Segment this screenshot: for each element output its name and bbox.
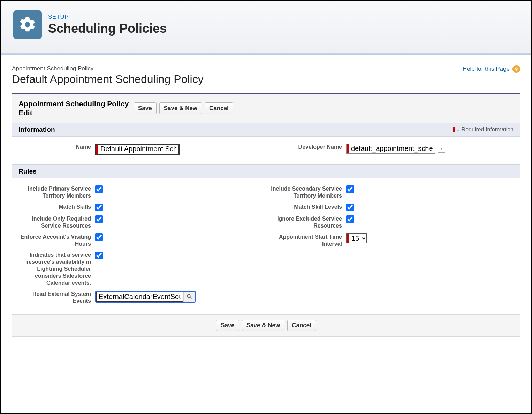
cancel-button[interactable]: Cancel	[205, 102, 233, 114]
consider-calendar-label: Indicates that a service resource's avai…	[15, 252, 95, 286]
cancel-button-bottom[interactable]: Cancel	[287, 320, 316, 331]
devname-input[interactable]	[349, 144, 435, 153]
match-skill-levels-label: Match Skill Levels	[266, 204, 346, 210]
lookup-icon[interactable]	[183, 292, 195, 302]
info-icon[interactable]: i	[438, 145, 445, 153]
help-link[interactable]: Help for this Page	[463, 66, 510, 72]
save-new-button[interactable]: Save & New	[159, 102, 202, 114]
section-information: Information = Required Information	[12, 123, 520, 137]
consider-calendar-checkbox[interactable]	[95, 252, 103, 259]
required-indicator-icon	[453, 127, 455, 132]
secondary-members-label: Include Secondary Service Territory Memb…	[266, 185, 346, 199]
match-skills-label: Match Skills	[15, 204, 95, 210]
secondary-members-checkbox[interactable]	[346, 185, 354, 193]
enforce-visiting-label: Enforce Account's Visiting Hours	[15, 233, 95, 247]
start-interval-label: Appointment Start Time Interval	[266, 233, 346, 247]
name-input[interactable]	[98, 145, 178, 154]
primary-members-checkbox[interactable]	[95, 185, 103, 193]
svg-point-0	[187, 294, 190, 298]
external-events-label: Read External System Events	[15, 291, 95, 305]
ignore-excluded-checkbox[interactable]	[346, 215, 354, 223]
section-rules: Rules	[12, 164, 520, 178]
name-label: Name	[15, 144, 95, 151]
external-events-input[interactable]	[96, 292, 183, 302]
setup-header: SETUP Scheduling Policies	[1, 1, 531, 53]
setup-eyebrow: SETUP	[48, 14, 167, 21]
save-button[interactable]: Save	[134, 102, 157, 114]
svg-line-1	[190, 297, 192, 299]
page-title: Scheduling Policies	[48, 21, 167, 36]
only-required-checkbox[interactable]	[95, 215, 103, 223]
help-icon[interactable]: ?	[512, 65, 520, 73]
ignore-excluded-label: Ignore Excluded Service Resources	[266, 215, 346, 229]
save-new-button-bottom[interactable]: Save & New	[242, 320, 284, 331]
primary-members-label: Include Primary Service Territory Member…	[15, 185, 95, 199]
enforce-visiting-checkbox[interactable]	[95, 233, 103, 241]
record-title: Default Appointment Scheduling Policy	[12, 73, 204, 86]
match-skill-levels-checkbox[interactable]	[346, 204, 354, 211]
edit-heading: Appointment Scheduling Policy Edit	[18, 99, 134, 118]
save-button-bottom[interactable]: Save	[216, 320, 239, 331]
object-type-label: Appointment Scheduling Policy	[12, 65, 204, 72]
only-required-label: Include Only Required Service Resources	[15, 215, 95, 229]
devname-label: Developer Name	[266, 144, 346, 151]
gear-icon	[13, 10, 42, 39]
match-skills-checkbox[interactable]	[95, 204, 103, 211]
start-interval-select[interactable]: 15	[349, 234, 366, 243]
